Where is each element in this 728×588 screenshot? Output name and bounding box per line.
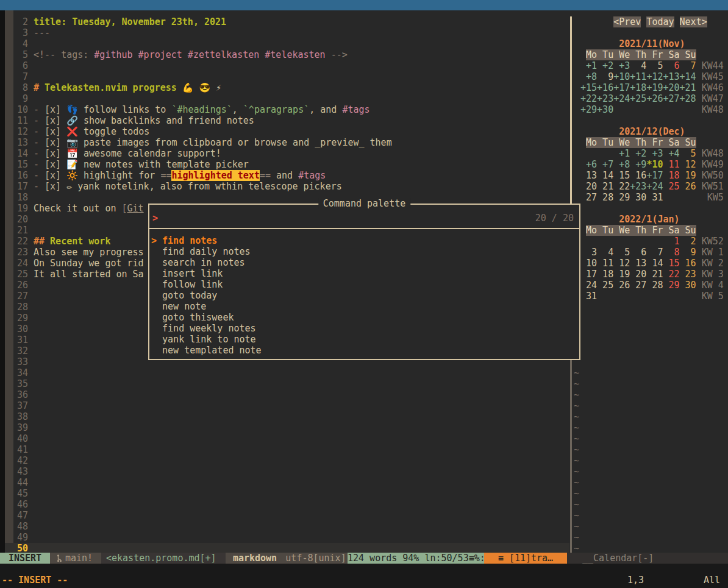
calendar-day-cell[interactable]: 23 [680, 269, 696, 280]
palette-item[interactable]: > find notes [151, 235, 217, 246]
calendar-day-cell[interactable]: 31 [580, 291, 597, 302]
calendar-day-cell[interactable]: +16 [597, 82, 613, 93]
calendar-day-cell[interactable]: +23 [597, 93, 613, 104]
calendar-day-cell[interactable]: 2 [680, 236, 696, 247]
calendar-day-cell[interactable]: 16 [630, 170, 646, 181]
scrollbar-thumb[interactable] [570, 16, 572, 204]
calendar-day-cell[interactable]: 22 [663, 269, 679, 280]
calendar-day-cell[interactable]: +29 [580, 104, 597, 115]
calendar-day-cell[interactable]: 6 [663, 60, 679, 71]
calendar-day-cell[interactable]: +10 [613, 71, 630, 82]
calendar-day-cell[interactable]: +2 [597, 60, 613, 71]
calendar-day-cell[interactable]: 18 [663, 170, 679, 181]
calendar-day-cell[interactable]: +13 [663, 71, 679, 82]
calendar-day-cell[interactable]: 5 [646, 60, 663, 71]
calendar-day-cell[interactable]: +24 [646, 181, 663, 192]
palette-item[interactable]: follow link [151, 279, 223, 290]
editor-line[interactable]: 38 [0, 411, 728, 422]
calendar-day-cell[interactable]: 11 [597, 258, 613, 269]
calendar-day-cell[interactable]: 31 [646, 192, 663, 203]
calendar-day-cell[interactable]: 13 [630, 258, 646, 269]
calendar-day-cell[interactable]: 7 [680, 60, 696, 71]
palette-item[interactable]: goto today [151, 290, 217, 301]
calendar-day-cell[interactable]: 26 [613, 280, 630, 291]
calendar-day-cell[interactable]: 16 [680, 258, 696, 269]
editor-line[interactable]: 47 [0, 510, 728, 521]
markdown-link[interactable]: Git [127, 203, 144, 214]
calendar-day-cell[interactable]: +22 [580, 93, 597, 104]
palette-item[interactable]: yank link to note [151, 334, 256, 345]
calendar-day-cell[interactable]: 7 [646, 247, 663, 258]
calendar-day-cell[interactable]: +15 [580, 82, 597, 93]
editor-line[interactable]: 50 [0, 543, 728, 553]
calendar-day-cell[interactable]: 17 [580, 269, 597, 280]
calendar-day-cell[interactable]: +14 [680, 71, 696, 82]
calendar-day-cell[interactable]: +25 [630, 93, 646, 104]
calendar-day-cell[interactable]: 4 [630, 60, 646, 71]
calendar-day-cell[interactable]: 20 [630, 269, 646, 280]
calendar-day-cell[interactable]: +3 [613, 60, 630, 71]
editor-line[interactable]: 34 [0, 367, 728, 378]
calendar-day-cell[interactable]: 9 [597, 71, 613, 82]
calendar-day-cell[interactable]: +17 [646, 170, 663, 181]
calendar-day-cell[interactable]: 15 [663, 258, 679, 269]
calendar-day-cell[interactable]: +12 [646, 71, 663, 82]
editor-line[interactable]: 45 [0, 488, 728, 499]
calendar-day-cell[interactable]: 14 [597, 170, 613, 181]
calendar-day-cell[interactable]: +1 [613, 148, 630, 159]
editor-line[interactable]: 41 [0, 444, 728, 455]
editor-line[interactable]: 42 [0, 455, 728, 466]
calendar-day-cell[interactable]: +28 [680, 93, 696, 104]
calendar-day-cell[interactable]: 10 [580, 258, 597, 269]
calendar-day-cell[interactable]: 5 [680, 148, 696, 159]
calendar-day-cell[interactable]: +19 [646, 82, 663, 93]
calendar-day-cell[interactable]: +1 [580, 60, 597, 71]
calendar-day-cell[interactable]: 28 [597, 192, 613, 203]
calendar-day-cell[interactable]: +2 [630, 148, 646, 159]
editor-line[interactable]: 40 [0, 433, 728, 444]
palette-item[interactable]: new templated note [151, 345, 262, 356]
calendar-day-cell[interactable]: 13 [580, 170, 597, 181]
calendar-day-cell[interactable]: 29 [613, 192, 630, 203]
editor-line[interactable]: 49 [0, 532, 728, 543]
editor-line[interactable]: 11- [x] 🔗 show backlinks and friend note… [0, 115, 728, 126]
calendar-day-cell[interactable]: 11 [663, 159, 679, 170]
calendar-today-button[interactable]: Today [646, 16, 674, 27]
calendar-day-cell[interactable]: +7 [597, 159, 613, 170]
calendar-day-cell[interactable]: +17 [613, 82, 630, 93]
calendar-day-cell[interactable]: 29 [663, 280, 679, 291]
calendar-day-cell[interactable]: +8 [580, 71, 597, 82]
calendar-day-cell[interactable]: +20 [663, 82, 679, 93]
calendar-day-cell[interactable]: 20 [580, 181, 597, 192]
palette-item[interactable]: search in notes [151, 257, 245, 268]
editor-line[interactable]: 43 [0, 466, 728, 477]
calendar-day-cell[interactable]: 18 [597, 269, 613, 280]
calendar-day-cell[interactable]: 28 [646, 280, 663, 291]
calendar-day-cell[interactable]: +4 [663, 148, 679, 159]
calendar-day-cell[interactable]: 21 [597, 181, 613, 192]
editor-line[interactable]: 44 [0, 477, 728, 488]
editor-line[interactable]: 39 [0, 422, 728, 433]
calendar-day-cell[interactable]: 5 [613, 247, 630, 258]
calendar-day-cell[interactable]: 21 [646, 269, 663, 280]
calendar-day-cell[interactable]: 3 [580, 247, 597, 258]
calendar-day-cell[interactable]: 14 [646, 258, 663, 269]
editor-window[interactable]: 2title: Tuesday, November 23th, 20213---… [0, 10, 728, 553]
calendar-day-cell[interactable]: +8 [613, 159, 630, 170]
calendar-day-cell[interactable]: 1 [663, 236, 679, 247]
calendar-day-cell[interactable]: 12 [613, 258, 630, 269]
calendar-day-cell[interactable]: +23 [630, 181, 646, 192]
command-line[interactable]: :lua require('telekasten').panel() [0, 564, 728, 575]
calendar-day-cell[interactable]: +6 [580, 159, 597, 170]
calendar-day-cell[interactable]: 30 [680, 280, 696, 291]
calendar-day-cell[interactable]: +27 [663, 93, 679, 104]
palette-item[interactable]: goto thisweek [151, 312, 234, 323]
calendar-day-cell[interactable]: 26 [680, 181, 696, 192]
calendar-day-cell[interactable]: 9 [680, 247, 696, 258]
calendar-day-cell[interactable]: +3 [646, 148, 663, 159]
calendar-day-cell[interactable]: 4 [597, 247, 613, 258]
palette-item[interactable]: find weekly notes [151, 323, 256, 334]
calendar-day-cell[interactable]: +21 [680, 82, 696, 93]
calendar-day-cell[interactable]: 24 [580, 280, 597, 291]
calendar-day-cell[interactable]: +26 [646, 93, 663, 104]
